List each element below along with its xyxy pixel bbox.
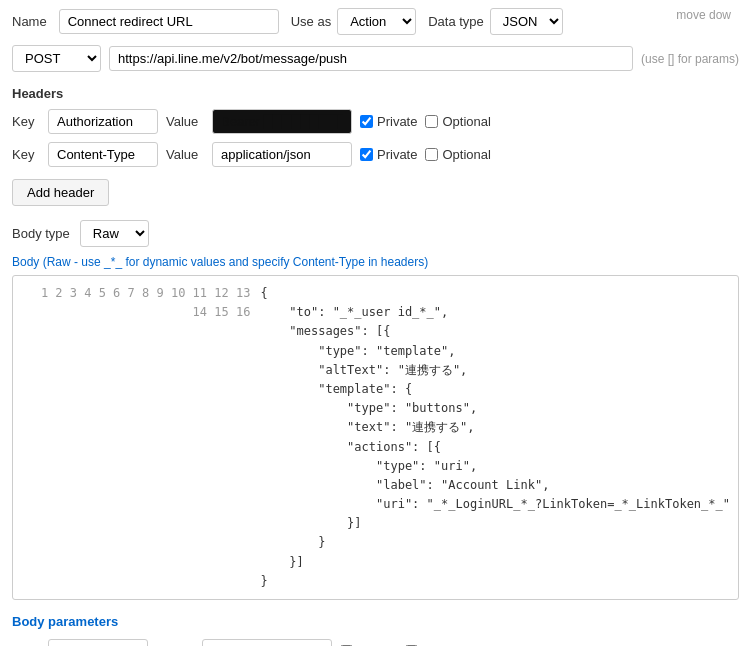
body-hint: Body (Raw - use _*_ for dynamic values a… [12,255,739,269]
code-editor[interactable]: 1 2 3 4 5 6 7 8 9 10 11 12 13 14 15 16 {… [12,275,739,600]
header-key-input-1[interactable] [48,109,158,134]
header-row-2: Key Value Private Optional [12,142,739,167]
move-down-label: move dow [676,8,731,22]
method-dropdown[interactable]: POST GET PUT DELETE PATCH [12,45,101,72]
body-type-label: Body type [12,226,70,241]
header-private-label-2: Private [377,147,417,162]
data-type-dropdown[interactable]: JSON XML Text [490,8,563,35]
body-params-title: Body parameters [12,614,739,629]
param-key-input-1[interactable] [48,639,148,646]
data-type-label: Data type [428,14,484,29]
header-value-input-1[interactable] [212,109,352,134]
name-input[interactable] [59,9,279,34]
line-numbers: 1 2 3 4 5 6 7 8 9 10 11 12 13 14 15 16 [21,284,250,591]
use-as-dropdown[interactable]: Action Trigger [337,8,416,35]
header-value-label-2: Value [166,147,204,162]
url-input[interactable] [109,46,633,71]
header-private-checkbox-1[interactable] [360,115,373,128]
header-private-label-1: Private [377,114,417,129]
header-key-label-2: Key [12,147,40,162]
header-key-label-1: Key [12,114,40,129]
header-key-input-2[interactable] [48,142,158,167]
header-optional-checkbox-1[interactable] [425,115,438,128]
param-row-1: Key Value Private Allow blank [12,639,739,646]
add-header-button[interactable]: Add header [12,179,109,206]
header-optional-label-1: Optional [442,114,490,129]
body-type-dropdown[interactable]: Raw Form [80,220,149,247]
name-label: Name [12,14,47,29]
header-optional-checkbox-2[interactable] [425,148,438,161]
code-content: { "to": "_*_user id_*_", "messages": [{ … [260,284,730,591]
url-hint: (use [] for params) [641,52,739,66]
headers-title: Headers [12,86,739,101]
header-private-checkbox-2[interactable] [360,148,373,161]
header-row-1: Key Value Private Optional [12,109,739,134]
header-value-input-2[interactable] [212,142,352,167]
header-optional-label-2: Optional [442,147,490,162]
param-value-input-1[interactable] [202,639,332,646]
use-as-label: Use as [291,14,331,29]
header-value-label-1: Value [166,114,204,129]
